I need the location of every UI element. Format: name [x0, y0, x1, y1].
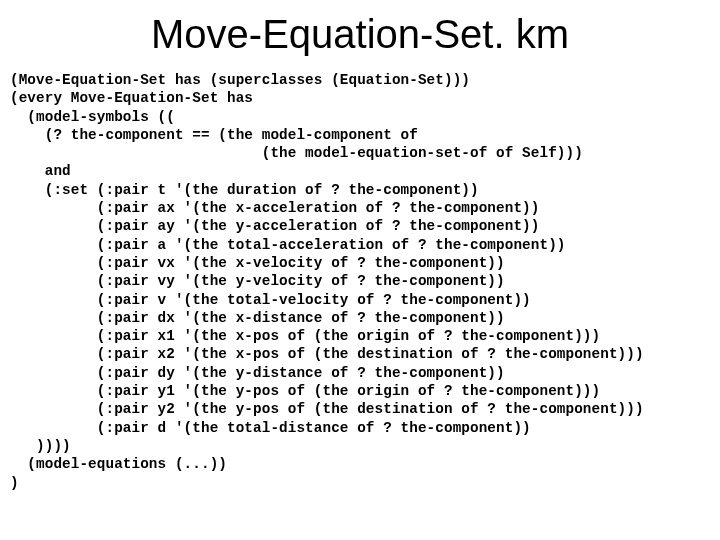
slide: Move-Equation-Set. km (Move-Equation-Set… — [0, 0, 720, 540]
code-block: (Move-Equation-Set has (superclasses (Eq… — [10, 71, 710, 492]
page-title: Move-Equation-Set. km — [10, 12, 710, 57]
